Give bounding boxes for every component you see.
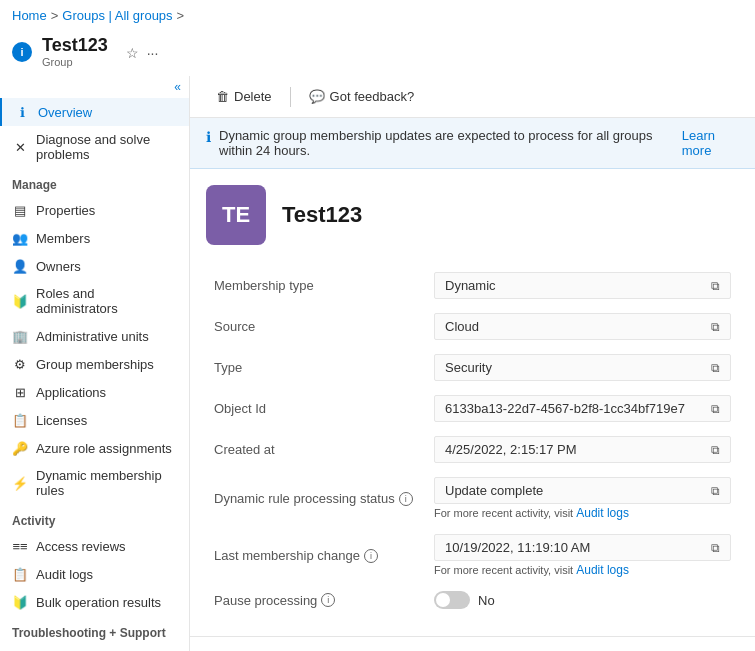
sidebar-label: Access reviews xyxy=(36,539,126,554)
sidebar-label: Properties xyxy=(36,203,95,218)
sidebar-item-admin-units[interactable]: 🏢 Administrative units xyxy=(0,322,189,350)
sidebar-item-members[interactable]: 👥 Members xyxy=(0,224,189,252)
audit-logs-icon: 📋 xyxy=(12,566,28,582)
sidebar-item-roles[interactable]: 🔰 Roles and administrators xyxy=(0,280,189,322)
page-header: i Test123 Group ☆ ··· xyxy=(0,31,755,76)
field-value-membership-type: Dynamic ⧉ xyxy=(434,272,731,299)
field-value-created-at: 4/25/2022, 2:15:17 PM ⧉ xyxy=(434,436,731,463)
sidebar-item-diagnose[interactable]: ✕ Diagnose and solve problems xyxy=(0,126,189,168)
field-value-object-id: 6133ba13-22d7-4567-b2f8-1cc34bf719e7 ⧉ xyxy=(434,395,731,422)
table-row: Pause processing i No xyxy=(206,584,739,616)
overview-icon: ℹ xyxy=(14,104,30,120)
pause-toggle[interactable] xyxy=(434,591,470,609)
sidebar-label: Audit logs xyxy=(36,567,93,582)
sidebar-item-azure-roles[interactable]: 🔑 Azure role assignments xyxy=(0,434,189,462)
sidebar-item-bulk-operations[interactable]: 🔰 Bulk operation results xyxy=(0,588,189,616)
properties-icon: ▤ xyxy=(12,202,28,218)
copy-icon[interactable]: ⧉ xyxy=(711,484,720,498)
toolbar-divider xyxy=(290,87,291,107)
sub-text: For more recent activity, visit Audit lo… xyxy=(434,506,731,520)
toolbar: 🗑 Delete 💬 Got feedback? xyxy=(190,76,755,118)
audit-link[interactable]: Audit logs xyxy=(576,506,629,520)
breadcrumb: Home > Groups | All groups > xyxy=(0,0,755,31)
sidebar-item-group-memberships[interactable]: ⚙ Group memberships xyxy=(0,350,189,378)
manage-section-title: Manage xyxy=(0,168,189,196)
copy-icon[interactable]: ⧉ xyxy=(711,443,720,457)
roles-icon: 🔰 xyxy=(12,293,28,309)
sidebar-item-access-reviews[interactable]: ≡≡ Access reviews xyxy=(0,532,189,560)
owners-icon: 👤 xyxy=(12,258,28,274)
field-value-rule-status: Update complete ⧉ xyxy=(434,477,731,504)
feedback-button[interactable]: 💬 Got feedback? xyxy=(299,84,425,109)
activity-section-title: Activity xyxy=(0,504,189,532)
group-name: Test123 xyxy=(282,202,362,228)
info-banner: ℹ Dynamic group membership updates are e… xyxy=(190,118,755,169)
diagnose-icon: ✕ xyxy=(12,139,28,155)
table-row: Object Id 6133ba13-22d7-4567-b2f8-1cc34b… xyxy=(206,388,739,429)
sidebar-item-label: Overview xyxy=(38,105,92,120)
table-row: Dynamic rule processing status i Update … xyxy=(206,470,739,527)
copy-icon[interactable]: ⧉ xyxy=(711,320,720,334)
licenses-icon: 📋 xyxy=(12,412,28,428)
group-memberships-icon: ⚙ xyxy=(12,356,28,372)
copy-icon[interactable]: ⧉ xyxy=(711,541,720,555)
table-row: Last membership change i 10/19/2022, 11:… xyxy=(206,527,739,584)
sidebar-label: Bulk operation results xyxy=(36,595,161,610)
table-row: Type Security ⧉ xyxy=(206,347,739,388)
prop-label: Pause processing i xyxy=(206,584,426,616)
collapse-button[interactable]: « xyxy=(174,80,181,94)
prop-label: Membership type xyxy=(206,265,426,306)
copy-icon[interactable]: ⧉ xyxy=(711,402,720,416)
page-title: Test123 xyxy=(42,35,108,56)
sidebar-item-support[interactable]: 👤 New support request xyxy=(0,644,189,651)
breadcrumb-home[interactable]: Home xyxy=(12,8,47,23)
applications-icon: ⊞ xyxy=(12,384,28,400)
prop-label: Object Id xyxy=(206,388,426,429)
delete-label: Delete xyxy=(234,89,272,104)
sidebar-item-owners[interactable]: 👤 Owners xyxy=(0,252,189,280)
copy-icon[interactable]: ⧉ xyxy=(711,361,720,375)
sidebar-label: Azure role assignments xyxy=(36,441,172,456)
sidebar-item-dynamic-rules[interactable]: ⚡ Dynamic membership rules xyxy=(0,462,189,504)
delete-button[interactable]: 🗑 Delete xyxy=(206,84,282,109)
field-value-text: Update complete xyxy=(445,483,705,498)
feedback-icon: 💬 xyxy=(309,89,325,104)
troubleshooting-section-title: Troubleshooting + Support xyxy=(0,616,189,644)
sidebar-label: Licenses xyxy=(36,413,87,428)
audit-link[interactable]: Audit logs xyxy=(576,563,629,577)
sidebar-item-audit-logs[interactable]: 📋 Audit logs xyxy=(0,560,189,588)
sidebar-label: Group memberships xyxy=(36,357,154,372)
label-text: Pause processing xyxy=(214,593,317,608)
copy-icon[interactable]: ⧉ xyxy=(711,279,720,293)
group-icon: i xyxy=(12,42,32,62)
sidebar-collapse: « xyxy=(0,76,189,98)
sidebar-label: Owners xyxy=(36,259,81,274)
sidebar-item-properties[interactable]: ▤ Properties xyxy=(0,196,189,224)
learn-more-link[interactable]: Learn more xyxy=(682,128,739,158)
toggle-knob xyxy=(436,593,450,607)
sidebar-label: Roles and administrators xyxy=(36,286,177,316)
breadcrumb-groups[interactable]: Groups | All groups xyxy=(62,8,172,23)
label-text: Dynamic rule processing status xyxy=(214,491,395,506)
sidebar-label: Administrative units xyxy=(36,329,149,344)
field-value-text: 6133ba13-22d7-4567-b2f8-1cc34bf719e7 xyxy=(445,401,705,416)
sidebar-item-overview[interactable]: ℹ Overview xyxy=(0,98,189,126)
info-banner-icon: ℹ xyxy=(206,129,211,145)
sidebar-item-label: Diagnose and solve problems xyxy=(36,132,177,162)
pin-icon[interactable]: ☆ xyxy=(126,45,139,61)
more-options-icon[interactable]: ··· xyxy=(147,45,159,61)
prop-label: Source xyxy=(206,306,426,347)
sidebar: « ℹ Overview ✕ Diagnose and solve proble… xyxy=(0,76,190,651)
table-row: Membership type Dynamic ⧉ xyxy=(206,265,739,306)
info-tooltip-icon[interactable]: i xyxy=(321,593,335,607)
info-tooltip-icon[interactable]: i xyxy=(364,549,378,563)
field-value-source: Cloud ⧉ xyxy=(434,313,731,340)
label-text: Last membership change xyxy=(214,548,360,563)
field-value-last-change: 10/19/2022, 11:19:10 AM ⧉ xyxy=(434,534,731,561)
group-avatar: TE xyxy=(206,185,266,245)
field-value-text: 10/19/2022, 11:19:10 AM xyxy=(445,540,705,555)
sidebar-item-applications[interactable]: ⊞ Applications xyxy=(0,378,189,406)
info-tooltip-icon[interactable]: i xyxy=(399,492,413,506)
properties-table: Membership type Dynamic ⧉ Source xyxy=(206,265,739,616)
sidebar-item-licenses[interactable]: 📋 Licenses xyxy=(0,406,189,434)
